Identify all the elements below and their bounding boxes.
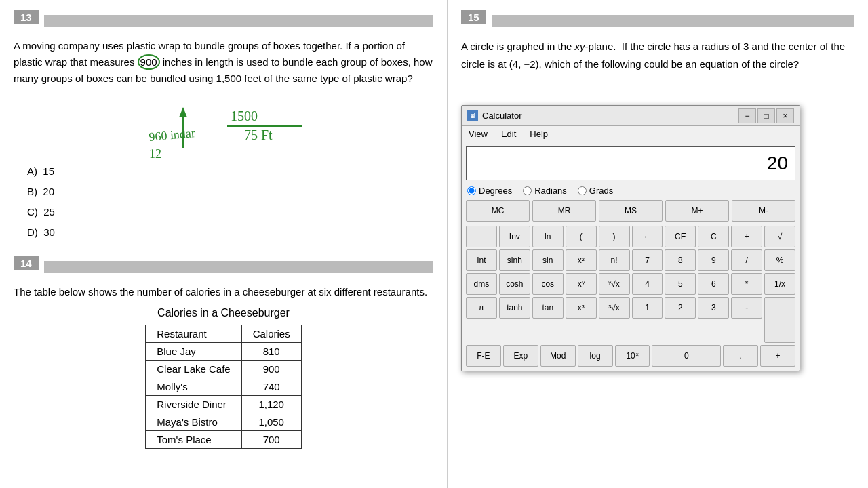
underline-feet: feet <box>244 73 261 84</box>
btn-x2[interactable]: x² <box>566 249 597 271</box>
radio-radians[interactable] <box>523 186 532 195</box>
btn-2[interactable]: 2 <box>665 297 696 319</box>
btn-int[interactable]: Int <box>466 249 497 271</box>
table-row: Tom's Place 700 <box>146 431 301 449</box>
choice-13-b: B) 20 <box>27 182 433 202</box>
btn-equals[interactable]: = <box>764 297 795 343</box>
calculator-window[interactable]: 🖩 Calculator − □ × View Edit Help 20 <box>461 105 800 371</box>
btn-divide[interactable]: / <box>731 249 762 271</box>
btn-plus[interactable]: + <box>760 345 795 367</box>
btn-sinh[interactable]: sinh <box>499 249 530 271</box>
btn-pi[interactable]: π <box>466 297 497 319</box>
menu-edit[interactable]: Edit <box>498 127 519 140</box>
svg-text:12: 12 <box>149 147 161 161</box>
btn-ms[interactable]: MS <box>599 200 663 222</box>
radio-grads-label[interactable]: Grads <box>578 186 613 196</box>
answer-choices-13: A) 15 B) 20 C) 25 D) 30 <box>27 161 433 243</box>
radio-radians-text: Radians <box>534 186 567 196</box>
btn-tanh[interactable]: tanh <box>499 297 530 319</box>
btn-3[interactable]: 3 <box>698 297 729 319</box>
cell-calories-5: 1,050 <box>241 413 301 431</box>
radio-radians-label[interactable]: Radians <box>523 186 567 196</box>
calc-memory-row: MC MR MS M+ M- <box>462 199 800 224</box>
radio-degrees[interactable] <box>467 186 476 195</box>
btn-mplus[interactable]: M+ <box>665 200 729 222</box>
btn-dms[interactable]: dms <box>466 273 497 295</box>
btn-xy[interactable]: xʸ <box>566 273 597 295</box>
calc-row-1: Inv ln ( ) ← CE C ± √ <box>466 226 795 247</box>
btn-multiply[interactable]: * <box>731 273 762 295</box>
calculator-titlebar: 🖩 Calculator − □ × <box>462 106 800 126</box>
btn-3sqrtx[interactable]: ³√x <box>599 297 630 319</box>
btn-7[interactable]: 7 <box>632 249 663 271</box>
menu-view[interactable]: View <box>466 127 490 140</box>
maximize-button[interactable]: □ <box>757 108 775 123</box>
btn-inv[interactable]: Inv <box>499 226 530 247</box>
btn-ysqrtx[interactable]: ʸ√x <box>599 273 630 295</box>
calc-row-2: Int sinh sin x² n! 7 8 9 / % <box>466 249 795 271</box>
btn-reciprocal[interactable]: 1/x <box>764 273 795 295</box>
cell-restaurant-1: Blue Jay <box>146 343 241 361</box>
btn-mod[interactable]: Mod <box>540 345 576 367</box>
btn-mr[interactable]: MR <box>532 200 596 222</box>
btn-closeparen[interactable]: ) <box>599 226 630 247</box>
btn-cos[interactable]: cos <box>532 273 564 295</box>
btn-c[interactable]: C <box>698 226 729 247</box>
btn-mminus[interactable]: M- <box>732 200 795 222</box>
btn-cosh[interactable]: cosh <box>499 273 530 295</box>
calc-title-left: 🖩 Calculator <box>467 110 522 121</box>
btn-nfact[interactable]: n! <box>599 249 630 271</box>
radio-grads[interactable] <box>578 186 587 195</box>
btn-backspace[interactable]: ← <box>632 226 663 247</box>
btn-openparen[interactable]: ( <box>566 226 597 247</box>
calc-title-text: Calculator <box>482 110 522 121</box>
btn-minus[interactable]: - <box>731 297 762 319</box>
close-button[interactable]: × <box>776 108 794 123</box>
calc-row-5: F-E Exp Mod log 10ˣ 0 . + <box>466 345 795 367</box>
table-body: Blue Jay 810 Clear Lake Cafe 900 Molly's… <box>146 343 301 449</box>
question-14-number: 14 <box>14 256 39 270</box>
calc-radio-row: Degrees Radians Grads <box>462 183 800 199</box>
calc-grid: Inv ln ( ) ← CE C ± √ Int sinh sin x² n! <box>462 224 800 371</box>
table-row: Riverside Diner 1,120 <box>146 396 301 413</box>
btn-plusminus[interactable]: ± <box>731 226 762 247</box>
btn-fe[interactable]: F-E <box>466 345 501 367</box>
calc-row-3: dms cosh cos xʸ ʸ√x 4 5 6 * 1/x <box>466 273 795 295</box>
btn-empty[interactable] <box>466 226 497 247</box>
question-13-number: 13 <box>14 10 39 24</box>
btn-8[interactable]: 8 <box>665 249 696 271</box>
btn-sqrt[interactable]: √ <box>764 226 795 247</box>
calories-table: Restaurant Calories Blue Jay 810 Clear L… <box>145 325 301 449</box>
btn-5[interactable]: 5 <box>665 273 696 295</box>
cell-restaurant-6: Tom's Place <box>146 431 241 449</box>
cell-calories-3: 740 <box>241 378 301 396</box>
btn-4[interactable]: 4 <box>632 273 663 295</box>
btn-exp[interactable]: Exp <box>503 345 538 367</box>
btn-x3[interactable]: x³ <box>566 297 597 319</box>
btn-mc[interactable]: MC <box>466 200 530 222</box>
menu-help[interactable]: Help <box>527 127 551 140</box>
svg-marker-1 <box>179 107 187 117</box>
question-15-bar-line <box>492 15 854 27</box>
calculator-menubar: View Edit Help <box>462 126 800 142</box>
btn-log[interactable]: log <box>578 345 613 367</box>
btn-0[interactable]: 0 <box>652 345 721 367</box>
btn-10x[interactable]: 10ˣ <box>615 345 650 367</box>
question-13-bar: 13 <box>14 10 433 31</box>
radio-degrees-label[interactable]: Degrees <box>467 186 512 196</box>
btn-6[interactable]: 6 <box>698 273 729 295</box>
btn-sin[interactable]: sin <box>532 249 564 271</box>
btn-ce[interactable]: CE <box>665 226 696 247</box>
btn-decimal[interactable]: . <box>723 345 758 367</box>
right-panel: 15 A circle is graphed in the xy-plane. … <box>448 0 868 488</box>
btn-9[interactable]: 9 <box>698 249 729 271</box>
btn-ln[interactable]: ln <box>532 226 564 247</box>
btn-1[interactable]: 1 <box>632 297 663 319</box>
btn-tan[interactable]: tan <box>532 297 564 319</box>
circled-900: 900 <box>138 54 160 70</box>
cell-calories-2: 900 <box>241 361 301 378</box>
table-row: Clear Lake Cafe 900 <box>146 361 301 378</box>
question-15-text: A circle is graphed in the xy-plane. If … <box>461 38 854 73</box>
minimize-button[interactable]: − <box>738 108 756 123</box>
btn-percent[interactable]: % <box>764 249 795 271</box>
